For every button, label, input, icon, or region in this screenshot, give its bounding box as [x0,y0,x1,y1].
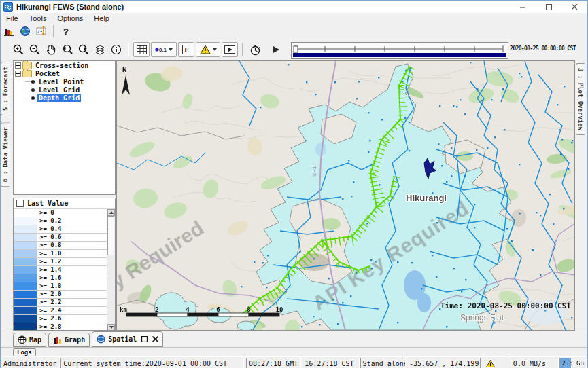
zoom-previous-icon[interactable] [60,43,75,56]
zoom-in-icon[interactable] [11,43,26,56]
last-value-checkbox[interactable] [16,200,24,207]
stopwatch-icon[interactable] [247,43,262,56]
legend-panel: Last Value >= 0>= 0.2>= 0.4>= 0.6>= 0.8>… [13,198,116,331]
menu-tools[interactable]: Tools [24,13,52,24]
animation-icon[interactable] [222,42,238,57]
tree-item-depth-grid[interactable]: Depth Grid [15,94,115,102]
status-local-time: 16:27:18 CST [302,358,359,368]
warning-dropdown[interactable] [196,42,220,57]
tree-item-level-grid[interactable]: Level Grid [15,86,115,94]
tree-item-pocket[interactable]: Pocket [15,70,115,77]
node-bullet-icon [31,96,35,100]
layers-tree-panel: Cross-sectionPocketLevel PointLevel Grid… [13,60,116,195]
tab-plot-overview[interactable]: 3 : Plot Overview [576,63,585,135]
tab-label: Spatial [108,335,137,343]
zoom-next-icon[interactable] [76,43,91,56]
legend-row: >= 1.6 [14,274,107,282]
help-icon[interactable]: ? [58,24,73,38]
tree-item-label: Level Grid [37,86,81,94]
scale-tick-label: 6 [216,306,220,313]
status-coordinates: -35.657 , 174.199 [407,358,479,368]
legend-row: >= 1.8 [14,282,107,291]
label-button-letter: E [184,47,189,54]
close-icon[interactable] [152,336,158,342]
legend-class-list: >= 0>= 0.2>= 0.4>= 0.6>= 0.8>= 1.0>= 1.2… [14,209,107,331]
chevron-down-icon [213,48,217,51]
tab-data-viewer[interactable]: 6 : Data Viewer [1,122,10,187]
tab-graph[interactable]: Graph [48,333,90,347]
legend-color-swatch [14,307,37,314]
scale-tick-label: 2 [155,306,158,313]
expand-icon[interactable] [15,62,21,69]
status-system-time: Current system time:2020-09-01 00:00 CST [60,358,244,368]
timeseries-dialog-icon[interactable] [34,24,49,38]
tree-item-cross-section[interactable]: Cross-section [15,62,115,69]
left-tab-strip: 5 : Forecast 6 : Data Viewer [1,60,13,331]
collapse-icon[interactable] [15,71,21,77]
legend-color-swatch [14,315,37,323]
toolbar-separator [53,25,54,37]
scroll-down-icon[interactable] [107,324,115,331]
svg-text:km: km [120,306,127,313]
legend-color-swatch [14,274,37,282]
map-view[interactable]: ey Required API Key Required [116,60,575,331]
legend-class-label: >= 0.2 [37,217,107,225]
tab-spatial[interactable]: Spatial [92,331,163,347]
reports-icon[interactable] [1,24,16,38]
legend-color-swatch [14,217,37,225]
legend-class-label: >= 0.6 [37,234,107,241]
menu-file[interactable]: File [1,13,24,24]
tab-map[interactable]: Map [13,333,46,347]
menu-options[interactable]: Options [52,13,88,24]
legend-color-swatch [14,250,37,257]
menu-bar: FileToolsOptionsHelp [1,13,587,24]
legend-class-label: >= 1.2 [37,258,107,265]
status-warning[interactable] [480,358,500,368]
legend-row: >= 0.6 [14,234,107,242]
grid-icon[interactable] [133,42,150,57]
info-icon[interactable] [109,43,124,56]
legend-class-label: >= 0.8 [37,242,107,249]
warning-icon [200,45,211,54]
logs-button[interactable]: Logs [13,348,36,356]
time-slider[interactable] [291,42,508,59]
legend-row: >= 2.4 [14,307,107,315]
layers-icon[interactable] [92,43,107,56]
legend-class-label: >= 1.0 [37,250,107,257]
spatial-display-icon[interactable] [18,24,33,38]
legend-class-label: >= 2.4 [37,307,107,314]
label-icon[interactable]: E [178,42,194,57]
maximize-icon[interactable] [536,1,561,13]
menu-help[interactable]: Help [88,13,115,24]
tab-forecast[interactable]: 5 : Forecast [1,62,10,115]
zoom-out-icon[interactable] [27,43,42,56]
legend-row: >= 2.2 [14,299,107,307]
scrollbar-thumb[interactable] [107,216,114,255]
last-value-option[interactable]: Last Value [14,198,115,209]
class-break-dropdown[interactable]: 0.1 [151,42,177,57]
legend-row: >= 2.0 [14,291,107,299]
bottom-tab-bar: MapGraphSpatial [1,331,587,347]
legend-row: >= 1.2 [14,258,107,266]
pan-icon[interactable] [44,43,58,56]
road-label: SH1 [311,166,317,177]
main-area: 5 : Forecast 6 : Data Viewer Cross-secti… [1,60,587,331]
status-mode: Stand alone [360,358,406,368]
toolbar-separator [128,43,129,56]
tree-item-label: Cross-section [34,62,90,69]
minimize-icon[interactable] [510,1,536,13]
legend-row: >= 2.8 [14,323,107,331]
time-slider-thumb[interactable] [294,46,298,52]
legend-color-swatch [14,242,37,249]
graph-icon [53,335,62,344]
close-icon[interactable] [561,1,587,13]
legend-color-swatch [14,234,37,241]
maximize-icon[interactable] [141,336,148,342]
play-icon[interactable] [269,43,283,56]
title-bar: Hikurangi FEWS (Stand alone) [1,1,587,14]
tree-item-level-point[interactable]: Level Point [15,78,115,86]
legend-scrollbar[interactable] [107,209,115,331]
tree-item-label: Pocket [34,70,61,77]
legend-color-swatch [14,299,37,306]
scroll-up-icon[interactable] [107,209,115,216]
